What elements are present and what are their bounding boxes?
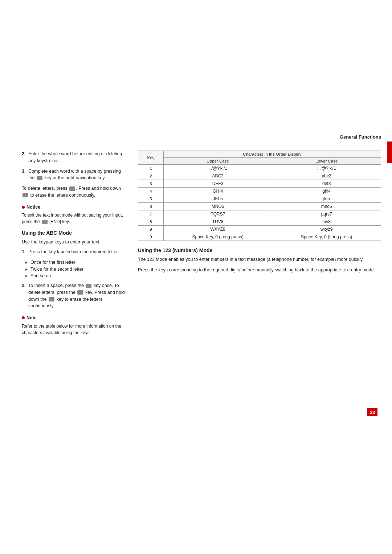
table-key-cell: 7 <box>138 210 164 218</box>
notice-2-dot <box>22 316 25 319</box>
del-key-abc-icon <box>77 290 83 295</box>
table-lower-cell: wxyz9 <box>272 226 381 233</box>
abc-step-1-text: Press the key labeled with the required … <box>28 249 119 254</box>
table-upper-cell: ABC2 <box>163 172 272 180</box>
table-key-cell: 3 <box>138 180 164 188</box>
step-2: 2. Enter the whole word before editing o… <box>22 151 127 164</box>
notice-1-dot <box>22 206 25 209</box>
table-row: 2ABC2abc2 <box>138 172 381 180</box>
table-row: 5JKL5jkl5 <box>138 195 381 203</box>
table-key-cell: 0 <box>138 233 164 241</box>
table-lower-cell: ghi4 <box>272 188 381 195</box>
notice-2-title: Note <box>22 315 127 321</box>
notice-2-label: Note <box>26 315 37 321</box>
space-key-abc-icon <box>86 284 91 288</box>
table-lower-cell: Space Key, 0 (Long press) <box>272 233 381 241</box>
page-header: General Functions <box>340 134 381 140</box>
table-lower-cell: jkl5 <box>272 195 381 203</box>
abc-step-2: 2. To insert a space, press the key once… <box>22 282 127 309</box>
bullet-item-1: Once for the first letter <box>25 259 127 266</box>
table-key-cell: 2 <box>138 172 164 180</box>
table-row: 6MNO6mno6 <box>138 203 381 210</box>
abc-step-2-text: To insert a space, press the key once. T… <box>28 283 125 308</box>
notice-2-text: Refer to the table below for more inform… <box>22 323 127 336</box>
step-2-number: 2. <box>22 151 25 157</box>
table-upper-cell: WXYZ9 <box>163 226 272 233</box>
table-row: 4GHI4ghi4 <box>138 188 381 195</box>
table-row: 7PQRS7pqrs7 <box>138 210 381 218</box>
table-key-cell: 1 <box>138 165 164 172</box>
table-row: 0Space Key, 0 (Long press)Space Key, 0 (… <box>138 233 381 241</box>
del-hold-abc-icon <box>49 297 54 301</box>
notice-1-title: Notice <box>22 204 127 211</box>
table-upper-cell: , .'@?!-:/1 <box>163 165 272 172</box>
abc-step-2-number: 2. <box>22 282 25 289</box>
section-red-tab <box>387 141 392 163</box>
step-3-text: Complete each word with a space by press… <box>28 169 121 181</box>
left-column: 2. Enter the whole word before editing o… <box>22 151 127 341</box>
abc-step-1-number: 1. <box>22 249 25 255</box>
bullet-item-2: Twice for the second letter <box>25 266 127 273</box>
table-upper-cell: MNO6 <box>163 203 272 210</box>
step-3-number: 3. <box>22 168 25 175</box>
notice-1-block: Notice To exit the text input mode witho… <box>22 204 127 225</box>
content-area: 2. Enter the whole word before editing o… <box>22 151 381 341</box>
table-key-cell: 5 <box>138 195 164 203</box>
abc-section-title: Using the ABC Mode <box>22 230 127 236</box>
table-upper-header: Upper Case <box>163 158 272 165</box>
table-upper-cell: JKL5 <box>163 195 272 203</box>
abc-step-1: 1. Press the key labeled with the requir… <box>22 249 127 255</box>
table-upper-cell: TUV8 <box>163 218 272 226</box>
delete-note: To delete letters, press . Press and hol… <box>22 185 127 199</box>
table-lower-cell: , .'@?!-:/1 <box>272 165 381 172</box>
table-key-header: Key <box>138 151 164 165</box>
delete-key-icon <box>69 186 75 191</box>
page-number-badge: 23 <box>367 408 377 416</box>
numbers-text-2: Press the keys corresponding to the requ… <box>138 267 381 274</box>
table-key-cell: 9 <box>138 226 164 233</box>
table-key-cell: 6 <box>138 203 164 210</box>
table-key-cell: 8 <box>138 218 164 226</box>
table-upper-cell: Space Key, 0 (Long press) <box>163 233 272 241</box>
table-row: 8TUV8tuv8 <box>138 218 381 226</box>
delete-hold-key-icon <box>23 193 28 197</box>
numbers-section-title: Using the 123 (Numbers) Mode <box>138 247 381 253</box>
abc-bullet-list: Once for the first letter Twice for the … <box>25 259 127 279</box>
table-upper-cell: PQRS7 <box>163 210 272 218</box>
numbers-text-1: The 123 Mode enables you to enter number… <box>138 256 381 263</box>
table-upper-cell: DEF3 <box>163 180 272 188</box>
table-lower-cell: abc2 <box>272 172 381 180</box>
table-key-cell: 4 <box>138 188 164 195</box>
table-lower-cell: mno6 <box>272 203 381 210</box>
table-row: 1, .'@?!-:/1, .'@?!-:/1 <box>138 165 381 172</box>
end-key-icon <box>42 220 48 224</box>
table-row: 9WXYZ9wxyz9 <box>138 226 381 233</box>
step-2-text: Enter the whole word before editing or d… <box>28 151 122 163</box>
page-title: General Functions <box>340 134 381 140</box>
step-3: 3. Complete each word with a space by pr… <box>22 168 127 182</box>
space-key-icon <box>37 176 42 180</box>
notice-1-label: Notice <box>26 204 40 211</box>
notice-2-block: Note Refer to the table below for more i… <box>22 315 127 336</box>
right-column: Key Characters in the Order Display Uppe… <box>138 151 381 341</box>
bullet-item-3: And so on <box>25 272 127 279</box>
abc-intro: Use the keypad keys to enter your text. <box>22 239 127 246</box>
table-lower-cell: pqrs7 <box>272 210 381 218</box>
table-lower-cell: def3 <box>272 180 381 188</box>
notice-1-text: To exit the text input mode without savi… <box>22 212 127 225</box>
table-lower-cell: tuv8 <box>272 218 381 226</box>
characters-table: Key Characters in the Order Display Uppe… <box>138 151 381 241</box>
table-main-header: Characters in the Order Display <box>163 151 381 158</box>
table-row: 3DEF3def3 <box>138 180 381 188</box>
table-lower-header: Lower Case <box>272 158 381 165</box>
page-container: General Functions 2. Enter the whole wor… <box>0 0 392 554</box>
table-upper-cell: GHI4 <box>163 188 272 195</box>
